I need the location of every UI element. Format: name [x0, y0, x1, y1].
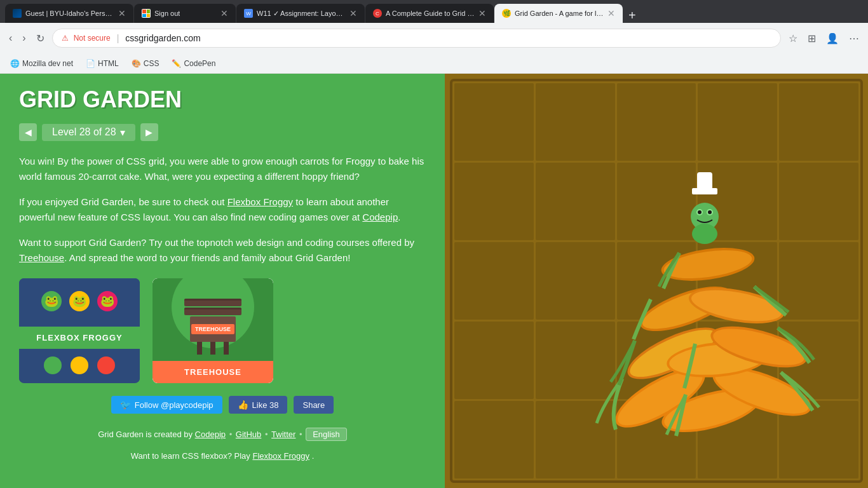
bookmark-mozdevnet-label: Mozilla dev net [22, 59, 73, 68]
tab-close-gridgarden[interactable]: ✕ [607, 8, 615, 18]
tab-label-cssgrid: A Complete Guide to Grid | CS... [386, 10, 475, 17]
bookmark-html[interactable]: 📄 HTML [81, 57, 124, 71]
main-content: GRID GARDEN ◀ Level 28 of 28 ▾ ▶ You win… [0, 74, 868, 488]
froggy-card-top: 🐸 🐸 🐸 [19, 278, 140, 327]
cell-2-1 [454, 163, 534, 240]
level-dropdown-icon: ▾ [120, 126, 125, 139]
security-label: Not secure [74, 34, 111, 43]
facebook-label: Like 38 [252, 400, 279, 410]
cell-4-1 [454, 322, 534, 399]
url-box[interactable]: ⚠ Not secure | cssgridgarden.com [52, 29, 781, 48]
treehouse-button[interactable]: TREEHOUSE [153, 361, 273, 383]
svg-point-24 [708, 210, 712, 214]
bookmark-html-icon: 📄 [86, 59, 95, 68]
language-button[interactable]: English [306, 428, 347, 441]
footer-bottom: Want to learn CSS flexbox? Play Flexbox … [19, 448, 426, 464]
flexbox-froggy-link-1[interactable]: Flexbox Froggy [227, 196, 293, 207]
back-button[interactable]: ‹ [6, 30, 15, 46]
forward-button[interactable]: › [20, 30, 28, 46]
bookmark-codepen[interactable]: ✏️ CodePen [166, 57, 220, 71]
tab-label-msignout: Sign out [154, 10, 180, 17]
tab-favicon-byu [13, 9, 22, 18]
bookmarks-bar: 🌐 Mozilla dev net 📄 HTML 🎨 CSS ✏️ CodePe… [0, 53, 868, 74]
tab-label-w11: W11 ✓ Assignment: Layout R... [257, 10, 346, 18]
footer-sep2: • [265, 430, 270, 439]
browser-chrome: Guest | BYU-Idaho's Personaliz... ✕ Sign… [0, 0, 868, 74]
tab-cssgrid[interactable]: C A Complete Guide to Grid | CS... ✕ [365, 4, 494, 23]
url-separator: | [117, 33, 119, 43]
footer-sep3: • [299, 430, 304, 439]
social-row: 🐦 Follow @playcodepip 👍 Like 38 Share [19, 396, 426, 414]
tab-close-cssgrid[interactable]: ✕ [478, 8, 486, 18]
reload-button[interactable]: ↻ [34, 30, 47, 47]
treehouse-link[interactable]: Treehouse [19, 252, 64, 263]
win-description-2: If you enjoyed Grid Garden, be sure to c… [19, 194, 426, 225]
menu-button[interactable]: ⋯ [846, 30, 862, 47]
ball-green [44, 356, 62, 374]
tab-gridgarden[interactable]: 🌿 Grid Garden - A game for lear... ✕ [494, 4, 623, 23]
bookmark-collection-button[interactable]: ⊞ [805, 30, 818, 47]
tab-favicon-cssgrid: C [373, 9, 382, 18]
left-panel: GRID GARDEN ◀ Level 28 of 28 ▾ ▶ You win… [0, 74, 445, 488]
bookmark-codepen-label: CodePen [184, 59, 215, 68]
tab-close-msignout[interactable]: ✕ [220, 8, 228, 18]
share-button[interactable]: Share [294, 396, 334, 414]
codepip-footer-link[interactable]: Codepip [195, 430, 226, 439]
bookmark-html-label: HTML [98, 59, 119, 68]
flexbox-froggy-card[interactable]: 🐸 🐸 🐸 FLEXBOX FROGGY [19, 278, 140, 383]
treehouse-structure: TREEHOUSE [190, 299, 236, 355]
tab-byu[interactable]: Guest | BYU-Idaho's Personaliz... ✕ [5, 4, 133, 23]
treehouse-image: TREEHOUSE [153, 278, 273, 361]
tab-label-gridgarden: Grid Garden - A game for lear... [515, 10, 604, 17]
svg-rect-19 [697, 172, 712, 190]
new-tab-button[interactable]: + [623, 8, 641, 23]
tab-favicon-gridgarden: 🌿 [502, 9, 511, 18]
froggy-frogs: 🐸 🐸 🐸 [29, 291, 130, 311]
bookmark-mozdevnet[interactable]: 🌐 Mozilla dev net [5, 57, 78, 71]
svg-point-25 [692, 224, 717, 244]
bookmark-star-button[interactable]: ☆ [786, 30, 800, 47]
github-footer-link[interactable]: GitHub [236, 430, 261, 439]
twitter-footer-link[interactable]: Twitter [271, 430, 295, 439]
tab-msignout[interactable]: Sign out ✕ [134, 4, 236, 23]
win-description-3: Want to support Grid Garden? Try out the… [19, 235, 426, 266]
footer-sep1: • [229, 430, 234, 439]
address-bar: ‹ › ↻ ⚠ Not secure | cssgridgarden.com ☆… [0, 23, 868, 53]
tab-close-w11[interactable]: ✕ [349, 8, 357, 18]
tab-label-byu: Guest | BYU-Idaho's Personaliz... [25, 10, 114, 17]
facebook-like-button[interactable]: 👍 Like 38 [229, 396, 288, 414]
flexbox-froggy-footer-link[interactable]: Flexbox Froggy [252, 451, 309, 461]
flexbox-froggy-button[interactable]: FLEXBOX FROGGY [19, 327, 140, 349]
twitter-follow-button[interactable]: 🐦 Follow @playcodepip [111, 396, 222, 414]
facebook-icon: 👍 [238, 400, 248, 410]
prev-level-button[interactable]: ◀ [19, 123, 37, 141]
level-nav: ◀ Level 28 of 28 ▾ ▶ [19, 123, 426, 141]
garden-border [450, 79, 863, 483]
footer-bottom-end: . [312, 451, 315, 461]
froggy-balls [19, 349, 140, 382]
url-text: cssgridgarden.com [125, 33, 771, 43]
carrot-group [597, 243, 819, 441]
footer-bottom-prefix: Want to learn CSS flexbox? Play [131, 451, 253, 461]
frog-chef [691, 172, 719, 244]
level-label: Level 28 of 28 [52, 126, 116, 138]
tab-w11[interactable]: W W11 ✓ Assignment: Layout R... ✕ [236, 4, 365, 23]
level-display[interactable]: Level 28 of 28 ▾ [42, 124, 135, 141]
right-panel [445, 74, 868, 488]
profile-button[interactable]: 👤 [824, 30, 841, 47]
frog-pink: 🐸 [97, 291, 118, 311]
cell-1-1 [454, 83, 534, 161]
tab-favicon-ms [142, 9, 151, 18]
ball-yellow [71, 356, 88, 374]
bookmark-css[interactable]: 🎨 CSS [126, 57, 165, 71]
footer-credits: Grid Garden is created by Codepip • GitH… [19, 426, 426, 443]
codepip-link[interactable]: Codepip [362, 212, 398, 222]
tab-bar: Guest | BYU-Idaho's Personaliz... ✕ Sign… [0, 0, 868, 23]
bookmark-css-label: CSS [144, 59, 159, 68]
treehouse-card[interactable]: TREEHOUSE TREEHOUSE [153, 278, 273, 383]
twitter-icon: 🐦 [120, 400, 131, 410]
next-level-button[interactable]: ▶ [140, 123, 158, 141]
bookmark-css-icon: 🎨 [132, 59, 141, 68]
frog-yellow: 🐸 [69, 291, 90, 311]
tab-close-byu[interactable]: ✕ [118, 8, 126, 18]
